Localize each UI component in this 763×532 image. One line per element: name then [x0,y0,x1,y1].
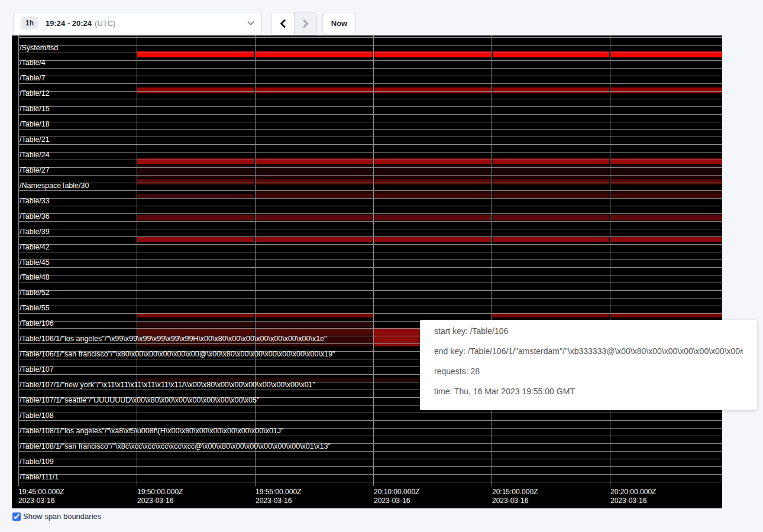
span-boundary-line [18,76,722,76]
span-row-label: /Table/108/1/"san francisco"/"\x8c\xcc\x… [20,442,331,450]
heat-band[interactable] [374,215,491,220]
span-row-label: /Table/111/1 [20,473,59,481]
heat-band[interactable] [137,215,254,220]
span-boundary-line [18,137,722,137]
heat-band[interactable] [256,237,373,242]
toolbar: 1h 19:24 - 20:24 (UTC) Now [0,0,763,35]
heat-band[interactable] [611,215,723,220]
heat-band[interactable] [611,237,723,242]
span-row-label: /Table/108/1/"los angeles"/"\xa8\xf5\u00… [20,427,284,435]
span-row-label: /Table/4 [20,59,46,67]
span-row-label: /Table/107/1/"new york"/"\x11\x11\x11\x1… [20,381,315,389]
span-boundary-line [18,229,722,229]
span-boundary-line [18,91,722,92]
time-bucket-line [137,35,137,486]
next-time-button[interactable] [294,12,316,35]
heat-band[interactable] [493,237,609,242]
time-bucket-line [492,35,492,486]
chevron-down-icon [247,20,254,27]
heat-band[interactable] [493,215,609,220]
span-tooltip: start key: /Table/106 end key: /Table/10… [420,320,757,410]
span-boundary-line [18,99,722,99]
span-row-label: /Table/39 [20,228,50,236]
span-boundary-line [18,267,722,268]
span-boundary-line [18,459,722,459]
time-axis-date: 2023-03-16 [256,497,301,505]
span-boundary-line [18,221,722,222]
span-row-label: /Table/7 [20,74,46,82]
heat-band[interactable] [256,329,374,335]
span-row-label: /Table/109 [20,458,54,466]
time-nav-group [271,12,317,35]
span-row-label: /Table/12 [20,89,50,98]
show-span-boundaries-label: Show span boundaries [23,512,101,521]
heat-band[interactable] [374,179,491,184]
span-boundary-line [18,68,722,69]
heat-band[interactable] [256,215,373,220]
span-boundary-line [18,167,722,168]
span-row-label: /Table/48 [20,273,50,281]
time-axis-date: 2023-03-16 [18,497,64,505]
heat-band[interactable] [137,322,254,327]
time-bucket-line [610,35,610,486]
span-boundary-line [18,451,722,452]
span-boundary-line [18,259,722,260]
heat-band[interactable] [256,322,374,327]
heat-band[interactable] [611,179,723,184]
span-row-label: /Table/21 [20,135,50,144]
heat-band[interactable] [256,179,373,184]
span-boundary-line [18,106,722,107]
span-row-label: /Table/106/1/"los angeles"/"\x99\x99\x99… [20,335,326,343]
span-boundary-line [18,190,722,191]
show-span-boundaries-checkbox[interactable] [12,512,21,521]
span-boundary-line [18,37,722,38]
span-boundary-line [18,420,722,421]
span-row-label: /Table/33 [20,197,50,205]
heat-band[interactable] [137,179,254,184]
time-bucket-line [255,35,256,486]
span-boundary-line [18,252,722,252]
key-visualizer-canvas[interactable]: /System/tsd/Table/4/Table/7/Table/12/Tab… [12,35,722,508]
span-boundary-line [18,206,722,206]
span-boundary-line [18,313,722,314]
timezone-label: (UTC) [95,19,115,28]
time-axis-label: 19:55:00.000Z2023-03-16 [256,488,301,505]
time-range-dropdown[interactable]: 1h 19:24 - 20:24 (UTC) [13,12,262,34]
span-boundary-line [18,60,722,61]
span-boundary-line [18,198,722,199]
span-row-label: /Table/55 [20,304,50,312]
span-row-label: /System/tsd [20,44,58,52]
span-row-label: /Table/108 [20,411,54,420]
heat-band[interactable] [493,179,609,184]
span-row-label: /Table/107/1/"seattle"/"UUUUUUD\x00\x80\… [20,396,259,404]
heat-band[interactable] [137,237,254,242]
span-boundary-line [18,83,722,84]
time-axis-label: 20:20:00.000Z2023-03-16 [610,488,656,505]
heat-band[interactable] [137,329,254,335]
span-row-label: /Table/107 [20,365,54,374]
prev-time-button[interactable] [271,12,294,35]
time-axis-date: 2023-03-16 [137,497,183,505]
span-boundary-line [18,275,722,275]
heat-band[interactable] [374,237,491,242]
span-boundary-line [18,183,722,183]
span-boundary-line [18,152,722,153]
span-boundary-line [18,53,722,53]
span-row-label: /Table/106/1/"san francisco"/"\x80\x00\x… [20,350,335,358]
duration-badge: 1h [21,17,38,29]
time-axis-date: 2023-03-16 [610,497,656,505]
span-boundary-line [18,290,722,291]
time-bucket-line [18,35,19,486]
time-axis-label: 19:50:00.000Z2023-03-16 [137,488,183,505]
tooltip-end-key: end key: /Table/106/1/"amsterdam"/"\xb33… [434,341,743,361]
span-row-label: /Table/27 [20,166,50,174]
span-boundary-line [18,466,722,467]
span-boundary-line [18,236,722,237]
span-row-label: /Table/18 [20,120,50,128]
tooltip-requests: requests: 28 [434,361,743,381]
span-row-label: /Table/24 [20,151,50,159]
now-button[interactable]: Now [322,12,356,34]
footer: Show span boundaries [12,512,101,521]
tooltip-time: time: Thu, 16 Mar 2023 19:55:00 GMT [434,381,743,401]
span-boundary-line [18,306,722,306]
